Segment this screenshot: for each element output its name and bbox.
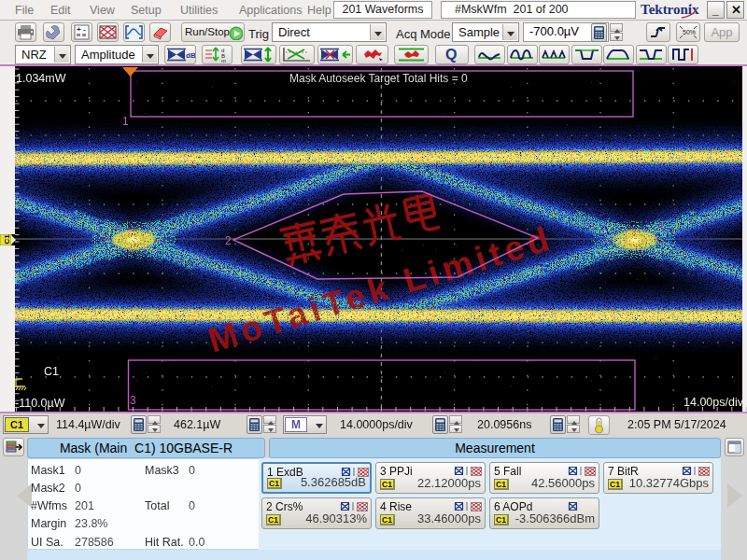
svg-text:m: m bbox=[221, 58, 226, 63]
svg-text:2: 2 bbox=[225, 234, 232, 247]
svg-text:14.00ps/div: 14.00ps/div bbox=[684, 396, 744, 409]
svg-text:1.034mW: 1.034mW bbox=[16, 72, 66, 85]
svg-text:50%: 50% bbox=[683, 29, 696, 35]
svg-text:+: + bbox=[77, 25, 81, 34]
svg-text:3: 3 bbox=[130, 394, 136, 407]
svg-text:1: 1 bbox=[122, 115, 129, 128]
svg-text:C1: C1 bbox=[44, 365, 59, 378]
svg-text:C1: C1 bbox=[3, 234, 11, 245]
svg-text:-110.0µW: -110.0µW bbox=[15, 397, 65, 410]
svg-text:dB: dB bbox=[186, 51, 195, 60]
svg-text:Mask Autoseek Target Total Hit: Mask Autoseek Target Total Hits = 0 bbox=[289, 72, 468, 85]
svg-text:Q: Q bbox=[445, 47, 457, 63]
svg-text:-: - bbox=[83, 25, 86, 34]
